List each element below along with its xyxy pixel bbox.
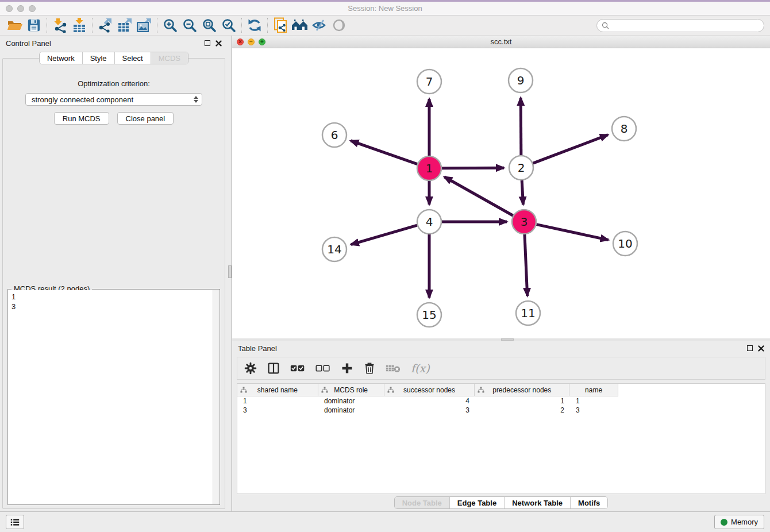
tab-select[interactable]: Select — [115, 52, 151, 64]
graph-edge-1-6[interactable] — [351, 141, 417, 164]
cell-mcds-role[interactable]: dominator — [318, 406, 384, 415]
vertical-splitter[interactable] — [228, 36, 232, 511]
search-field[interactable] — [596, 19, 764, 32]
cell-predecessor-nodes[interactable]: 2 — [475, 406, 570, 415]
splitter-grip[interactable] — [501, 338, 514, 341]
network-canvas[interactable]: 7968124314101511 — [232, 48, 770, 338]
close-panel-button[interactable]: Close panel — [117, 112, 174, 125]
graph-edge-2-9[interactable] — [521, 98, 521, 155]
zoom-out-button[interactable] — [180, 17, 199, 34]
save-session-button[interactable] — [24, 17, 44, 34]
table-row[interactable]: 3 dominator 3 2 3 — [237, 406, 765, 415]
export-image-button[interactable] — [134, 17, 154, 34]
graph-edge-3-1[interactable] — [444, 177, 513, 215]
graph-node-1[interactable]: 1 — [417, 156, 441, 180]
result-scrollbar[interactable] — [213, 290, 219, 504]
add-column-icon[interactable] — [341, 362, 353, 375]
tab-mcds[interactable]: MCDS — [151, 52, 188, 64]
optimization-criterion-select[interactable]: strongly connected component — [25, 93, 202, 106]
float-panel-icon[interactable] — [205, 40, 210, 46]
gear-icon[interactable] — [244, 362, 257, 375]
cell-successor-nodes[interactable]: 3 — [384, 406, 475, 415]
mcds-panel: Optimization criterion: strongly connect… — [2, 58, 225, 509]
column-header-shared-name[interactable]: shared name — [237, 384, 318, 396]
zoom-selected-button[interactable] — [219, 17, 238, 34]
splitter-grip[interactable] — [228, 265, 232, 278]
export-table-button[interactable] — [115, 17, 134, 34]
graph-node-10[interactable]: 10 — [613, 232, 637, 256]
memory-status-icon — [721, 519, 727, 526]
float-panel-icon[interactable] — [747, 345, 753, 351]
zoom-in-button[interactable] — [160, 17, 180, 34]
toolbar-separator — [157, 18, 157, 33]
table-tabs: Node Table Edge Table Network Table Moti… — [232, 494, 770, 511]
import-network-button[interactable] — [50, 17, 70, 34]
mcds-result-list[interactable]: 1 3 — [9, 290, 213, 504]
column-header-predecessor-nodes[interactable]: predecessor nodes — [475, 384, 569, 396]
zoom-fit-button[interactable] — [199, 17, 219, 34]
graph-edge-3-10[interactable] — [537, 225, 609, 240]
graph-edge-2-8[interactable] — [533, 135, 608, 164]
control-panel: Control Panel Network Style Select MCDS … — [0, 36, 228, 511]
network-graph[interactable]: 7968124314101511 — [232, 48, 770, 338]
optimization-criterion-value: strongly connected component — [32, 95, 133, 104]
zoom-network-icon[interactable]: + — [259, 38, 265, 45]
home-icon — [291, 18, 309, 32]
cell-name[interactable]: 3 — [570, 406, 618, 415]
graph-edge-1-2[interactable] — [442, 168, 504, 168]
cell-name[interactable]: 1 — [570, 396, 618, 406]
home-button[interactable] — [290, 17, 310, 34]
column-header-successor-nodes[interactable]: successor nodes — [384, 384, 475, 396]
close-panel-icon[interactable] — [758, 345, 764, 352]
tab-network[interactable]: Network — [40, 52, 83, 64]
search-input[interactable] — [612, 20, 764, 31]
column-header-mcds-role[interactable]: MCDS role — [318, 384, 384, 396]
export-network-button[interactable] — [95, 17, 115, 34]
tab-network-table[interactable]: Network Table — [505, 497, 571, 508]
delete-icon[interactable] — [364, 362, 375, 375]
graph-edge-2-3[interactable] — [522, 180, 523, 205]
graph-node-7[interactable]: 7 — [417, 70, 441, 94]
zoom-in-icon — [163, 18, 178, 33]
horizontal-splitter[interactable] — [232, 338, 770, 341]
graph-node-15[interactable]: 15 — [417, 303, 441, 327]
tab-motifs[interactable]: Motifs — [571, 497, 607, 508]
delete-table-icon[interactable] — [386, 363, 401, 373]
cell-shared-name[interactable]: 3 — [237, 406, 318, 415]
graph-node-3[interactable]: 3 — [512, 210, 536, 234]
cell-shared-name[interactable]: 1 — [237, 396, 318, 406]
memory-button[interactable]: Memory — [714, 515, 764, 529]
graph-edge-3-11[interactable] — [525, 234, 528, 296]
cell-predecessor-nodes[interactable]: 1 — [475, 396, 570, 406]
graph-node-9[interactable]: 9 — [509, 68, 533, 92]
graph-edge-4-14[interactable] — [351, 225, 417, 244]
select-all-icon[interactable] — [290, 364, 305, 373]
new-network-from-file-button[interactable] — [271, 17, 290, 34]
column-header-name[interactable]: name — [569, 384, 618, 396]
function-builder-icon[interactable]: f(x) — [411, 362, 430, 375]
split-columns-icon[interactable] — [267, 362, 280, 375]
show-panel-button[interactable] — [329, 17, 349, 34]
minimize-network-icon[interactable]: − — [248, 38, 255, 45]
import-table-button[interactable] — [70, 17, 89, 34]
graph-node-2[interactable]: 2 — [509, 156, 533, 180]
close-network-icon[interactable]: × — [237, 38, 244, 45]
hide-panel-button[interactable] — [310, 17, 329, 34]
open-file-button[interactable] — [5, 17, 24, 34]
run-mcds-button[interactable]: Run MCDS — [54, 112, 109, 125]
graph-node-8[interactable]: 8 — [612, 117, 636, 141]
cell-successor-nodes[interactable]: 4 — [384, 396, 475, 406]
tab-style[interactable]: Style — [83, 52, 115, 64]
graph-node-4[interactable]: 4 — [417, 210, 441, 234]
task-history-button[interactable] — [6, 515, 24, 529]
graph-node-14[interactable]: 14 — [322, 237, 346, 261]
graph-node-11[interactable]: 11 — [516, 301, 540, 325]
cell-mcds-role[interactable]: dominator — [318, 396, 384, 406]
tab-edge-table[interactable]: Edge Table — [450, 497, 505, 508]
table-row[interactable]: 1 dominator 4 1 1 — [237, 396, 765, 406]
deselect-all-icon[interactable] — [315, 364, 330, 373]
refresh-button[interactable] — [245, 17, 264, 34]
close-panel-icon[interactable] — [215, 40, 222, 47]
graph-node-6[interactable]: 6 — [322, 123, 346, 147]
tab-node-table[interactable]: Node Table — [395, 497, 450, 508]
